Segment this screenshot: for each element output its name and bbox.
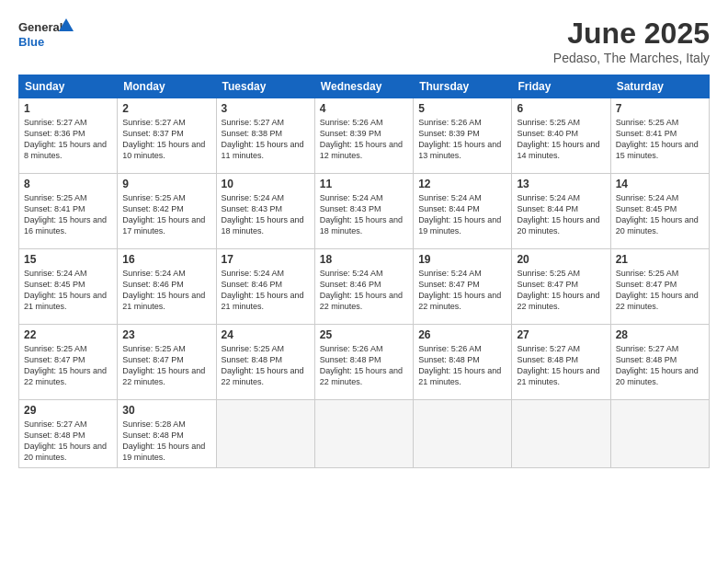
col-friday: Friday (512, 75, 610, 98)
day-number: 19 (418, 253, 506, 266)
day-number: 11 (320, 178, 408, 190)
day-info: Sunrise: 5:26 AMSunset: 8:48 PMDaylight:… (320, 343, 408, 388)
day-info: Sunrise: 5:27 AMSunset: 8:37 PMDaylight:… (122, 117, 210, 162)
day-number: 6 (517, 102, 605, 115)
day-info: Sunrise: 5:27 AMSunset: 8:48 PMDaylight:… (517, 343, 605, 388)
calendar-cell: 6Sunrise: 5:25 AMSunset: 8:40 PMDaylight… (512, 98, 610, 174)
col-monday: Monday (118, 75, 216, 98)
calendar-cell: 16Sunrise: 5:24 AMSunset: 8:46 PMDayligh… (118, 249, 216, 325)
calendar-cell: 10Sunrise: 5:24 AMSunset: 8:43 PMDayligh… (216, 174, 314, 249)
calendar-week-2: 8Sunrise: 5:25 AMSunset: 8:41 PMDaylight… (19, 174, 710, 249)
day-info: Sunrise: 5:25 AMSunset: 8:47 PMDaylight:… (616, 268, 704, 313)
day-info: Sunrise: 5:25 AMSunset: 8:47 PMDaylight:… (122, 343, 210, 388)
logo-svg: General Blue (18, 17, 74, 52)
calendar-cell: 8Sunrise: 5:25 AMSunset: 8:41 PMDaylight… (19, 174, 118, 249)
calendar-cell: 7Sunrise: 5:25 AMSunset: 8:41 PMDaylight… (610, 98, 709, 174)
day-info: Sunrise: 5:28 AMSunset: 8:48 PMDaylight:… (122, 419, 210, 464)
day-info: Sunrise: 5:24 AMSunset: 8:45 PMDaylight:… (616, 192, 704, 237)
day-number: 23 (122, 328, 210, 341)
col-wednesday: Wednesday (314, 75, 413, 98)
day-number: 7 (616, 102, 704, 115)
header: General Blue June 2025 Pedaso, The March… (18, 17, 710, 65)
header-row: Sunday Monday Tuesday Wednesday Thursday… (19, 75, 710, 98)
day-info: Sunrise: 5:24 AMSunset: 8:44 PMDaylight:… (418, 192, 506, 237)
day-number: 9 (122, 178, 210, 190)
col-saturday: Saturday (610, 75, 709, 98)
calendar-cell: 11Sunrise: 5:24 AMSunset: 8:43 PMDayligh… (314, 174, 413, 249)
calendar-cell: 23Sunrise: 5:25 AMSunset: 8:47 PMDayligh… (118, 325, 216, 400)
svg-text:Blue: Blue (18, 35, 44, 49)
logo: General Blue (18, 17, 74, 52)
day-number: 13 (517, 178, 605, 190)
calendar-cell (414, 400, 512, 468)
col-tuesday: Tuesday (216, 75, 314, 98)
day-number: 26 (418, 328, 506, 341)
day-number: 4 (320, 102, 408, 115)
calendar-cell: 19Sunrise: 5:24 AMSunset: 8:47 PMDayligh… (414, 249, 512, 325)
day-info: Sunrise: 5:25 AMSunset: 8:40 PMDaylight:… (517, 117, 605, 162)
day-number: 1 (24, 102, 112, 115)
day-number: 21 (616, 253, 704, 266)
day-info: Sunrise: 5:24 AMSunset: 8:46 PMDaylight:… (122, 268, 210, 313)
calendar-cell: 27Sunrise: 5:27 AMSunset: 8:48 PMDayligh… (512, 325, 610, 400)
calendar-body: 1Sunrise: 5:27 AMSunset: 8:36 PMDaylight… (19, 98, 710, 468)
calendar-cell: 17Sunrise: 5:24 AMSunset: 8:46 PMDayligh… (216, 249, 314, 325)
calendar-cell: 21Sunrise: 5:25 AMSunset: 8:47 PMDayligh… (610, 249, 709, 325)
day-info: Sunrise: 5:24 AMSunset: 8:43 PMDaylight:… (222, 192, 310, 237)
day-info: Sunrise: 5:26 AMSunset: 8:39 PMDaylight:… (418, 117, 506, 162)
svg-text:General: General (18, 20, 63, 34)
day-info: Sunrise: 5:25 AMSunset: 8:47 PMDaylight:… (24, 343, 112, 388)
day-info: Sunrise: 5:26 AMSunset: 8:48 PMDaylight:… (418, 343, 506, 388)
day-number: 16 (122, 253, 210, 266)
calendar-cell: 13Sunrise: 5:24 AMSunset: 8:44 PMDayligh… (512, 174, 610, 249)
day-info: Sunrise: 5:25 AMSunset: 8:47 PMDaylight:… (517, 268, 605, 313)
calendar-cell: 1Sunrise: 5:27 AMSunset: 8:36 PMDaylight… (19, 98, 118, 174)
calendar-week-3: 15Sunrise: 5:24 AMSunset: 8:45 PMDayligh… (19, 249, 710, 325)
day-number: 18 (320, 253, 408, 266)
calendar-cell: 25Sunrise: 5:26 AMSunset: 8:48 PMDayligh… (314, 325, 413, 400)
day-number: 27 (517, 328, 605, 341)
day-number: 17 (222, 253, 310, 266)
calendar-cell: 14Sunrise: 5:24 AMSunset: 8:45 PMDayligh… (610, 174, 709, 249)
title-block: June 2025 Pedaso, The Marches, Italy (553, 17, 710, 65)
day-number: 5 (418, 102, 506, 115)
day-info: Sunrise: 5:24 AMSunset: 8:45 PMDaylight:… (24, 268, 112, 313)
calendar-cell: 24Sunrise: 5:25 AMSunset: 8:48 PMDayligh… (216, 325, 314, 400)
day-info: Sunrise: 5:27 AMSunset: 8:48 PMDaylight:… (24, 419, 112, 464)
day-info: Sunrise: 5:24 AMSunset: 8:46 PMDaylight:… (320, 268, 408, 313)
day-number: 12 (418, 178, 506, 190)
calendar-cell: 9Sunrise: 5:25 AMSunset: 8:42 PMDaylight… (118, 174, 216, 249)
calendar-cell: 4Sunrise: 5:26 AMSunset: 8:39 PMDaylight… (314, 98, 413, 174)
calendar-week-4: 22Sunrise: 5:25 AMSunset: 8:47 PMDayligh… (19, 325, 710, 400)
day-number: 10 (222, 178, 310, 190)
col-sunday: Sunday (19, 75, 118, 98)
day-info: Sunrise: 5:25 AMSunset: 8:41 PMDaylight:… (24, 192, 112, 237)
day-info: Sunrise: 5:27 AMSunset: 8:48 PMDaylight:… (616, 343, 704, 388)
day-number: 29 (24, 404, 112, 417)
calendar-week-1: 1Sunrise: 5:27 AMSunset: 8:36 PMDaylight… (19, 98, 710, 174)
day-info: Sunrise: 5:24 AMSunset: 8:47 PMDaylight:… (418, 268, 506, 313)
day-number: 20 (517, 253, 605, 266)
day-number: 2 (122, 102, 210, 115)
calendar-cell: 15Sunrise: 5:24 AMSunset: 8:45 PMDayligh… (19, 249, 118, 325)
calendar-cell: 12Sunrise: 5:24 AMSunset: 8:44 PMDayligh… (414, 174, 512, 249)
calendar-cell (216, 400, 314, 468)
page: General Blue June 2025 Pedaso, The March… (0, 0, 728, 563)
calendar-week-5: 29Sunrise: 5:27 AMSunset: 8:48 PMDayligh… (19, 400, 710, 468)
day-number: 3 (222, 102, 310, 115)
calendar-cell: 26Sunrise: 5:26 AMSunset: 8:48 PMDayligh… (414, 325, 512, 400)
day-number: 24 (222, 328, 310, 341)
calendar-table: Sunday Monday Tuesday Wednesday Thursday… (18, 75, 710, 468)
calendar-cell: 28Sunrise: 5:27 AMSunset: 8:48 PMDayligh… (610, 325, 709, 400)
day-info: Sunrise: 5:24 AMSunset: 8:46 PMDaylight:… (222, 268, 310, 313)
day-number: 30 (122, 404, 210, 417)
calendar-header: Sunday Monday Tuesday Wednesday Thursday… (19, 75, 710, 98)
calendar-cell: 5Sunrise: 5:26 AMSunset: 8:39 PMDaylight… (414, 98, 512, 174)
calendar-cell: 30Sunrise: 5:28 AMSunset: 8:48 PMDayligh… (118, 400, 216, 468)
day-info: Sunrise: 5:24 AMSunset: 8:44 PMDaylight:… (517, 192, 605, 237)
day-info: Sunrise: 5:27 AMSunset: 8:38 PMDaylight:… (222, 117, 310, 162)
day-info: Sunrise: 5:26 AMSunset: 8:39 PMDaylight:… (320, 117, 408, 162)
calendar-cell: 22Sunrise: 5:25 AMSunset: 8:47 PMDayligh… (19, 325, 118, 400)
month-title: June 2025 (553, 17, 710, 51)
calendar-cell: 20Sunrise: 5:25 AMSunset: 8:47 PMDayligh… (512, 249, 610, 325)
